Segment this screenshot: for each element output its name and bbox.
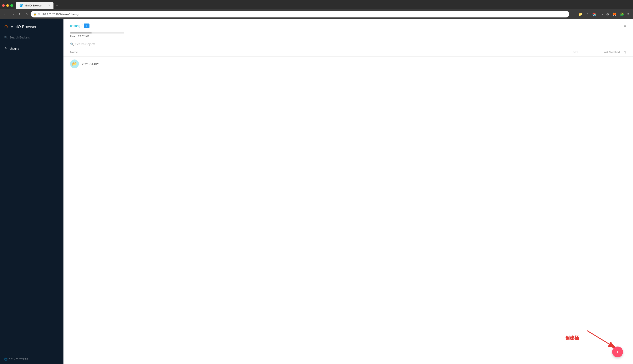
- browser-chrome: 🪣 MinIO Browser ✕ + ← → ↻ ⌂ 🔒 🛡 120.7.**…: [0, 0, 633, 19]
- active-tab[interactable]: 🪣 MinIO Browser ✕: [16, 2, 54, 9]
- refresh-button[interactable]: ↻: [18, 12, 23, 17]
- col-name-header: Name: [70, 50, 553, 54]
- more-button[interactable]: ···: [571, 12, 576, 17]
- bucket-search-wrap: 🔍: [4, 36, 59, 41]
- row-actions-button[interactable]: ···: [622, 62, 626, 66]
- bookmark-button[interactable]: ☆: [585, 12, 590, 17]
- address-text: 120.7.**.***:9000/minio/cheung/: [42, 13, 567, 16]
- storage-bar: [70, 32, 124, 34]
- maximize-window-button[interactable]: [11, 4, 13, 7]
- shield-icon: 🛡: [38, 13, 40, 16]
- row-filename: 2021-04-02/: [82, 62, 551, 66]
- bucket-name: cheung: [10, 47, 19, 50]
- sidebar-item-cheung[interactable]: 🗄 cheung: [0, 44, 64, 53]
- back-button[interactable]: ←: [3, 12, 8, 17]
- reader-button[interactable]: ▭: [598, 12, 604, 17]
- close-window-button[interactable]: [2, 4, 5, 7]
- profile-button[interactable]: ⚙: [605, 12, 610, 17]
- pocket-button[interactable]: 📁: [577, 12, 584, 17]
- firefox-button[interactable]: 🦊: [611, 12, 618, 17]
- annotation-text: 创建桶: [565, 335, 579, 340]
- storage-bar-fill: [70, 32, 92, 34]
- tab-favicon: 🪣: [19, 4, 23, 7]
- objects-search-section: 🔍: [64, 40, 633, 48]
- table-header: Name Size Last Modified ⇅: [64, 48, 633, 56]
- col-size-header: Size: [553, 50, 578, 54]
- breadcrumb-separator: /: [82, 24, 82, 28]
- storage-used-text: Used: 85.02 KB: [70, 35, 626, 38]
- tab-title: MinIO Browser: [25, 4, 43, 7]
- sidebar-logo: ⊕ MinIO Browser: [0, 19, 64, 34]
- content-menu-button[interactable]: ≡: [624, 23, 626, 28]
- col-modified-header: Last Modified: [578, 50, 620, 54]
- bucket-search-icon: 🔍: [4, 36, 8, 39]
- home-button[interactable]: ⌂: [24, 12, 29, 17]
- new-tab-button[interactable]: +: [54, 2, 60, 8]
- breadcrumb: cheung / +: [70, 24, 90, 28]
- sidebar: ⊕ MinIO Browser 🔍 🗄 cheung 🌐 120.7.**.**…: [0, 19, 64, 364]
- sidebar-footer: 🌐 120.7.**.***:9000: [0, 354, 64, 364]
- objects-search-icon: 🔍: [70, 42, 74, 46]
- address-bar[interactable]: 🔒 🛡 120.7.**.***:9000/minio/cheung/: [31, 11, 569, 18]
- svg-line-1: [587, 331, 616, 348]
- objects-search-wrap: 🔍: [70, 42, 626, 46]
- tab-bar: 🪣 MinIO Browser ✕ +: [0, 0, 633, 9]
- content-header: cheung / + ≡: [64, 19, 633, 30]
- bucket-icon: 🗄: [4, 47, 8, 50]
- window-controls: [2, 4, 13, 7]
- app-container: ⊕ MinIO Browser 🔍 🗄 cheung 🌐 120.7.**.**…: [0, 19, 633, 364]
- minio-logo-icon: ⊕: [4, 24, 8, 30]
- security-icon: 🔒: [33, 13, 37, 16]
- sort-icon[interactable]: ⇅: [624, 51, 626, 54]
- nav-bar: ← → ↻ ⌂ 🔒 🛡 120.7.**.***:9000/minio/cheu…: [0, 9, 633, 19]
- fab-create-button[interactable]: +: [612, 346, 623, 357]
- fab-plus-icon: +: [616, 349, 619, 355]
- main-content: cheung / + ≡ Used: 85.02 KB 🔍 Name Size …: [64, 19, 633, 364]
- breadcrumb-bucket-link[interactable]: cheung: [70, 24, 80, 28]
- forward-button[interactable]: →: [10, 12, 16, 17]
- storage-usage-section: Used: 85.02 KB: [64, 30, 633, 40]
- nav-extras: ··· 📁 ☆ 📚 ▭ ⚙ 🦊 🧩 ≡: [571, 12, 630, 17]
- tab-close-button[interactable]: ✕: [48, 4, 50, 7]
- table-row[interactable]: 📂 2021-04-02/ ···: [64, 56, 633, 71]
- sidebar-search: 🔍: [0, 34, 64, 44]
- menu-button[interactable]: ≡: [626, 12, 630, 17]
- annotation-label: 创建桶: [565, 335, 579, 341]
- minimize-window-button[interactable]: [6, 4, 9, 7]
- create-folder-button[interactable]: +: [84, 24, 90, 28]
- library-button[interactable]: 📚: [591, 12, 598, 17]
- folder-icon: 📂: [72, 62, 77, 66]
- extension-button[interactable]: 🧩: [619, 12, 625, 17]
- bucket-search-input[interactable]: [9, 36, 59, 39]
- objects-search-input[interactable]: [75, 42, 626, 46]
- globe-icon: 🌐: [4, 358, 8, 361]
- folder-icon-wrap: 📂: [70, 60, 79, 68]
- footer-server-text: 120.7.**.***:9000: [9, 358, 28, 361]
- sidebar-app-title: MinIO Browser: [11, 25, 37, 29]
